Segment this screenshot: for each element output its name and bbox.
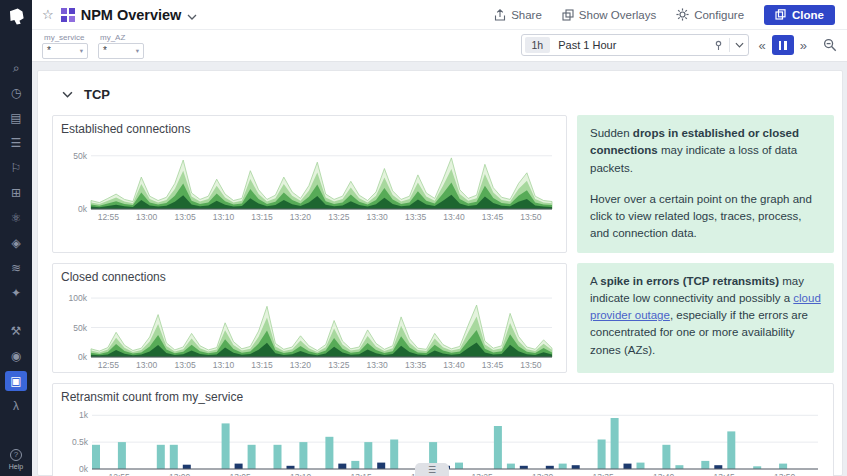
metrics-icon: ▤ [10, 111, 21, 125]
sidebar-item-monitors[interactable]: ⚐ [5, 158, 27, 178]
zoom-out-button[interactable] [823, 38, 837, 52]
row-established: Established connections 0k50k12:5513:001… [52, 115, 834, 253]
sidebar-item-ci[interactable]: ⚒ [5, 321, 27, 341]
share-button[interactable]: Share [494, 9, 542, 21]
svg-text:12:55: 12:55 [98, 360, 120, 370]
show-overlays-label: Show Overlays [579, 9, 656, 21]
sidebar-item-metrics[interactable]: ▤ [5, 108, 27, 128]
apm-icon: ⚛ [11, 211, 22, 225]
note-paragraph: Hover over a certain point on the graph … [590, 191, 821, 243]
dashboard-toolbar: my_service * ▾ my_AZ * ▾ 1h Past 1 Hour [32, 30, 847, 62]
note-text: Sudden [590, 127, 633, 139]
established-connections-chart[interactable]: 0k50k12:5513:0013:0513:1013:1513:2013:25… [61, 138, 558, 222]
svg-text:1k: 1k [79, 410, 89, 420]
events-icon: ☰ [11, 136, 22, 150]
time-back-button[interactable]: « [756, 39, 769, 52]
sidebar: ⌕◷▤☰⚐⊞⚛◈≋✦⚒◉▣λ ? Help [0, 0, 32, 476]
clone-button[interactable]: Clone [764, 5, 835, 25]
sidebar-item-network[interactable]: ▣ [5, 371, 27, 391]
overlays-icon [562, 9, 574, 21]
time-range-label: Past 1 Hour [558, 39, 712, 51]
svg-text:13:10: 13:10 [213, 212, 235, 222]
svg-text:0k: 0k [79, 464, 89, 474]
chevron-down-icon: ▾ [136, 47, 139, 55]
svg-text:100k: 100k [69, 293, 88, 303]
svg-text:13:35: 13:35 [405, 212, 427, 222]
monitors-icon: ⚐ [11, 161, 22, 175]
note-paragraph: A spike in errors (TCP retransmits) may … [590, 273, 821, 359]
share-label: Share [511, 9, 542, 21]
sidebar-item-infrastructure[interactable]: ◈ [5, 233, 27, 253]
configure-button[interactable]: Configure [676, 8, 744, 21]
ci-icon: ⚒ [11, 324, 22, 338]
clone-label: Clone [792, 9, 824, 21]
watchdog-icon: ◷ [11, 86, 21, 100]
sidebar-help[interactable]: ? Help [9, 449, 23, 470]
time-forward-button[interactable]: » [797, 39, 810, 52]
dashboard-panel: TCP Established connections 0k50k12:5513… [37, 70, 843, 476]
app-window: ⌕◷▤☰⚐⊞⚛◈≋✦⚒◉▣λ ? Help ☆ NPM Overview [0, 0, 847, 476]
gear-icon [676, 8, 689, 21]
page-title: NPM Overview [81, 7, 182, 23]
svg-text:13:40: 13:40 [443, 212, 465, 222]
title-dropdown-chevron-icon[interactable] [187, 6, 197, 24]
svg-text:0k: 0k [78, 352, 88, 362]
svg-text:0.5k: 0.5k [72, 437, 89, 447]
favorite-star-icon[interactable]: ☆ [42, 7, 54, 22]
time-range-picker[interactable]: 1h Past 1 Hour [521, 34, 749, 56]
sidebar-item-integrations[interactable]: ⊞ [5, 183, 27, 203]
row-closed: Closed connections 0k50k100k12:5513:0013… [52, 263, 834, 373]
note-card: A spike in errors (TCP retransmits) may … [577, 263, 834, 373]
svg-text:13:45: 13:45 [482, 360, 504, 370]
time-nav-buttons: « » [756, 35, 810, 55]
dashboard-header: ☆ NPM Overview Share Show Overlays [32, 0, 847, 30]
svg-text:13:35: 13:35 [405, 360, 427, 370]
chevron-down-icon: ▾ [80, 47, 83, 55]
help-icon: ? [10, 449, 22, 461]
time-dropdown-chevron-icon[interactable] [735, 42, 744, 48]
svg-text:13:25: 13:25 [328, 360, 350, 370]
sidebar-item-apm[interactable]: ⚛ [5, 208, 27, 228]
sidebar-item-synthetics[interactable]: ◉ [5, 346, 27, 366]
variable-select-my-az[interactable]: * ▾ [98, 43, 144, 59]
variable-select-my-service[interactable]: * ▾ [42, 43, 88, 59]
pause-button[interactable] [772, 35, 794, 55]
svg-text:13:25: 13:25 [472, 472, 494, 476]
chart-title: Retransmit count from my_service [61, 390, 825, 404]
svg-text:12:55: 12:55 [109, 472, 131, 476]
sidebar-item-search[interactable]: ⌕ [5, 58, 27, 78]
datadog-logo[interactable] [7, 7, 26, 26]
pin-icon[interactable] [713, 40, 724, 51]
svg-text:13:25: 13:25 [328, 212, 350, 222]
logs-icon: ≋ [11, 261, 21, 275]
sidebar-item-watchdog[interactable]: ◷ [5, 83, 27, 103]
svg-text:12:55: 12:55 [98, 212, 120, 222]
svg-text:13:10: 13:10 [213, 360, 235, 370]
svg-text:13:05: 13:05 [174, 360, 196, 370]
chart-tile-established-connections: Established connections 0k50k12:5513:001… [52, 115, 567, 253]
svg-text:13:45: 13:45 [482, 212, 504, 222]
security-icon: ✦ [11, 286, 21, 300]
variable-value: * [47, 45, 51, 56]
time-controls: 1h Past 1 Hour « » [521, 34, 837, 56]
svg-text:13:20: 13:20 [290, 212, 312, 222]
svg-text:13:05: 13:05 [230, 472, 252, 476]
serverless-icon: λ [13, 399, 19, 413]
variable-value: * [103, 45, 107, 56]
svg-text:13:30: 13:30 [367, 360, 389, 370]
magnifier-minus-icon [823, 38, 837, 52]
note-card: Sudden drops in established or closed co… [577, 115, 834, 253]
show-overlays-button[interactable]: Show Overlays [562, 9, 656, 21]
svg-text:13:15: 13:15 [251, 212, 273, 222]
sidebar-item-logs[interactable]: ≋ [5, 258, 27, 278]
sidebar-item-serverless[interactable]: λ [5, 396, 27, 416]
sidebar-item-security[interactable]: ✦ [5, 283, 27, 303]
section-collapse-chevron-icon [62, 91, 73, 98]
svg-text:13:30: 13:30 [532, 472, 554, 476]
svg-text:13:15: 13:15 [351, 472, 373, 476]
sidebar-item-events[interactable]: ☰ [5, 133, 27, 153]
drag-handle[interactable]: ☰ [415, 463, 449, 476]
svg-text:13:30: 13:30 [367, 212, 389, 222]
section-tcp[interactable]: TCP [62, 87, 834, 102]
closed-connections-chart[interactable]: 0k50k100k12:5513:0013:0513:1013:1513:201… [61, 286, 558, 370]
